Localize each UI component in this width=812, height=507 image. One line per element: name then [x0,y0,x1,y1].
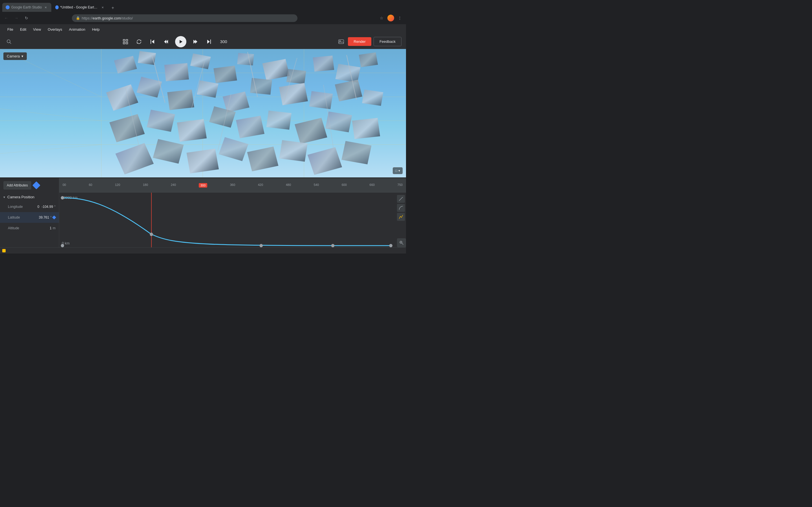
menu-view[interactable]: View [30,26,44,33]
main-content: Camera ▾ □ ▾ Add Attributes 00 60 [0,49,406,253]
ruler-mark-480: 480 [286,183,291,187]
tab-2[interactable]: *Untitled - Google Earth Studi... ✕ [52,3,108,12]
fullscreen-button[interactable] [121,37,130,46]
step-forward-button[interactable] [191,37,200,46]
easing-linear-button[interactable] [397,195,405,203]
tab-1-close[interactable]: ✕ [43,5,48,10]
svg-rect-35 [313,55,334,71]
ruler-mark-420: 420 [258,183,263,187]
search-icon [6,39,11,44]
svg-rect-54 [295,118,327,144]
viewport[interactable]: Camera ▾ □ ▾ [0,49,406,177]
svg-line-1 [10,42,11,44]
svg-rect-44 [279,83,308,105]
svg-rect-56 [352,118,380,139]
easing-custom-button[interactable] [397,213,405,221]
profile-button[interactable] [387,14,395,22]
feedback-button[interactable]: Feedback [373,37,402,46]
track-latitude[interactable]: Latitude 39.761 ° [0,212,59,223]
search-button[interactable] [4,37,13,46]
camera-chevron-icon: ▾ [21,54,23,58]
menu-edit[interactable]: Edit [17,26,29,33]
camera-dropdown-button[interactable]: Camera ▾ [3,52,27,60]
viewport-mode-button[interactable]: □ ▾ [393,167,403,174]
bookmark-button[interactable]: ☆ [378,14,386,22]
latitude-unit: ° [50,216,52,219]
svg-rect-27 [114,56,137,73]
ruler-mark-120: 120 [115,183,120,187]
svg-point-78 [331,244,335,247]
longitude-num1: 0 [38,205,40,209]
timeline-area: Add Attributes 00 60 120 180 240 300 360… [0,177,406,253]
viewport-mode-icon: □ [395,169,397,173]
keyframe-add-button[interactable] [33,181,40,189]
svg-rect-40 [167,90,194,110]
ruler-mark-60: 60 [89,183,92,187]
forward-button[interactable]: → [12,14,20,22]
camera-pos-chevron-icon: ▾ [3,195,5,199]
longitude-value: 0 -104.99 ° [38,205,56,209]
svg-rect-41 [197,80,218,98]
address-protocol: https:// [82,16,93,20]
browser-menu-button[interactable]: ⋮ [396,14,404,22]
viewport-chevron-icon: ▾ [398,169,400,173]
reload-button[interactable]: ↻ [22,14,31,22]
svg-rect-34 [287,69,306,84]
animation-curve: 40000 km 0 km [59,193,395,247]
latitude-keyframe[interactable] [52,216,56,219]
frame-counter: 300 [218,39,229,44]
play-button[interactable] [175,36,186,47]
timeline-zoom-icon [399,240,404,245]
tab-2-close[interactable]: ✕ [100,5,105,10]
address-bar[interactable]: 🔒 https://earth.google.com/studio/ [72,14,297,22]
profile-avatar [388,15,394,21]
tab-2-favicon [55,5,58,9]
render-button[interactable]: Render [348,37,371,46]
image-button[interactable] [337,37,346,46]
svg-rect-4 [123,42,125,44]
svg-rect-39 [137,76,162,98]
svg-rect-53 [266,110,292,129]
tab-2-label: *Untitled - Google Earth Studi... [60,5,99,9]
timeline-ruler[interactable]: 00 60 120 180 240 300 360 420 480 540 60… [59,178,406,193]
svg-point-79 [389,244,393,247]
skip-start-button[interactable] [148,37,157,46]
lock-icon: 🔒 [76,16,80,20]
address-path: /studio/ [121,16,133,20]
toolbar-center: 300 [13,36,337,47]
new-tab-button[interactable]: + [109,4,117,12]
svg-rect-50 [177,119,207,142]
tab-1[interactable]: Google Earth Studio ✕ [2,3,51,12]
ruler-mark-750: 750 [398,183,403,187]
easing-ease-button[interactable] [397,204,405,212]
svg-rect-49 [147,110,175,132]
track-longitude[interactable]: Longitude 0 -104.99 ° [0,202,59,212]
back-button[interactable]: ← [2,14,10,22]
timeline-zoom-button[interactable] [397,238,406,247]
menu-animation[interactable]: Animation [66,26,88,33]
ruler-mark-180: 180 [143,183,148,187]
camera-position-header[interactable]: ▾ Camera Position [0,193,59,202]
svg-rect-45 [309,91,333,109]
loop-button[interactable] [135,37,144,46]
svg-rect-43 [250,78,272,95]
timeline-body: ▾ Camera Position Longitude 0 -104.99 ° [0,193,406,247]
menu-file[interactable]: File [4,26,16,33]
latitude-label: Latitude [8,216,20,219]
svg-marker-10 [180,40,183,43]
app-toolbar: 300 Render Feedback [0,34,406,49]
track-altitude[interactable]: Altitude 1 m [0,223,59,233]
timeline-tracks-left: ▾ Camera Position Longitude 0 -104.99 ° [0,193,59,247]
svg-marker-8 [164,40,166,44]
menu-help[interactable]: Help [89,26,102,33]
ruler-mark-540: 540 [314,183,319,187]
skip-end-button[interactable] [204,37,213,46]
svg-point-80 [61,196,64,200]
altitude-num: 1 [50,226,52,230]
menu-overlays[interactable]: Overlays [45,26,65,33]
app-menu-bar: File Edit View Overlays Animation Help [0,24,406,34]
add-attributes-button[interactable]: Add Attributes [3,181,31,189]
longitude-num2: -104.99 [42,205,53,209]
longitude-unit: ° [54,205,56,209]
step-back-button[interactable] [161,37,170,46]
